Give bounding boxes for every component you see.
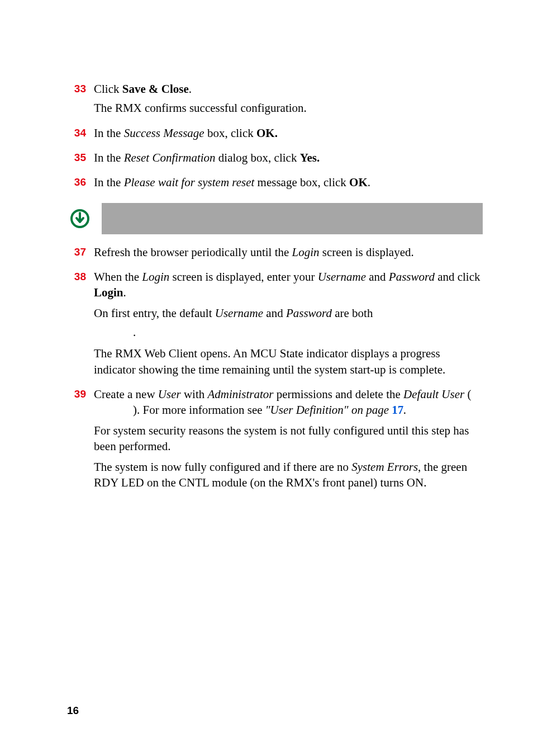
step-body: Create a new User with Administrator per… <box>94 386 483 494</box>
page-number: 16 <box>67 705 79 717</box>
step-text: The RMX Web Client opens. An MCU State i… <box>94 346 483 377</box>
step-body: In the Success Message box, click OK. <box>94 125 483 144</box>
step-text: On first entry, the default Username and… <box>94 305 483 321</box>
step-35: 35 In the Reset Confirmation dialog box,… <box>67 150 483 169</box>
numbered-steps-list: 33 Click Save & Close. The RMX confirms … <box>67 81 483 194</box>
step-text: In the Success Message box, click OK. <box>94 125 483 141</box>
step-38: 38 When the Login screen is displayed, e… <box>67 269 483 381</box>
note-content-bar <box>102 203 483 234</box>
step-body: Refresh the browser periodically until t… <box>94 244 483 263</box>
step-text: For system security reasons the system i… <box>94 423 483 455</box>
page-body: 33 Click Save & Close. The RMX confirms … <box>0 0 533 533</box>
step-text: Refresh the browser periodically until t… <box>94 244 483 260</box>
step-text: When the Login screen is displayed, ente… <box>94 269 483 301</box>
step-body: Click Save & Close. The RMX confirms suc… <box>94 81 483 120</box>
step-37: 37 Refresh the browser periodically unti… <box>67 244 483 263</box>
step-34: 34 In the Success Message box, click OK. <box>67 125 483 144</box>
step-39: 39 Create a new User with Administrator … <box>67 386 483 494</box>
step-text: In the Please wait for system reset mess… <box>94 174 483 190</box>
step-number: 34 <box>67 125 86 144</box>
step-number: 33 <box>67 81 86 120</box>
step-number: 37 <box>67 244 86 263</box>
step-36: 36 In the Please wait for system reset m… <box>67 174 483 193</box>
step-body: In the Reset Confirmation dialog box, cl… <box>94 150 483 169</box>
step-body: When the Login screen is displayed, ente… <box>94 269 483 381</box>
step-text: In the Reset Confirmation dialog box, cl… <box>94 150 483 166</box>
step-text: . <box>94 324 483 340</box>
step-number: 35 <box>67 150 86 169</box>
step-number: 39 <box>67 386 86 494</box>
step-text: The RMX confirms successful configuratio… <box>94 100 483 116</box>
step-text: Click Save & Close. <box>94 81 483 97</box>
step-text: The system is now fully configured and i… <box>94 459 483 491</box>
note-arrow-down-circle-icon <box>67 203 102 234</box>
step-number: 38 <box>67 269 86 381</box>
numbered-steps-list-cont: 37 Refresh the browser periodically unti… <box>67 244 483 494</box>
step-33: 33 Click Save & Close. The RMX confirms … <box>67 81 483 120</box>
step-body: In the Please wait for system reset mess… <box>94 174 483 193</box>
cross-ref-link[interactable]: 17 <box>392 403 403 417</box>
step-text: Create a new User with Administrator per… <box>94 386 483 418</box>
step-number: 36 <box>67 174 86 193</box>
note-callout <box>67 203 483 234</box>
